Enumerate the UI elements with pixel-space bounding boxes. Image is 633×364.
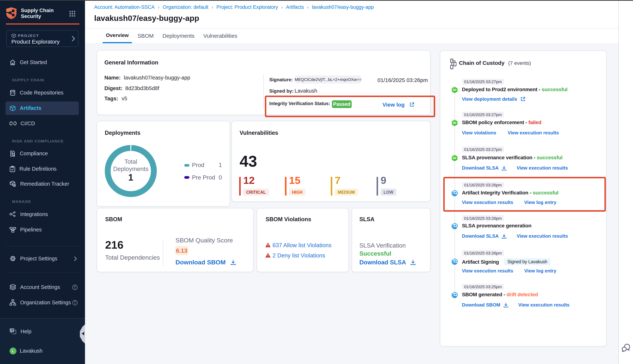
svg-text:?: ? [11, 329, 13, 332]
svg-text:∞: ∞ [453, 120, 456, 126]
svg-text:∞: ∞ [453, 87, 456, 92]
svg-text:∞: ∞ [453, 155, 456, 160]
